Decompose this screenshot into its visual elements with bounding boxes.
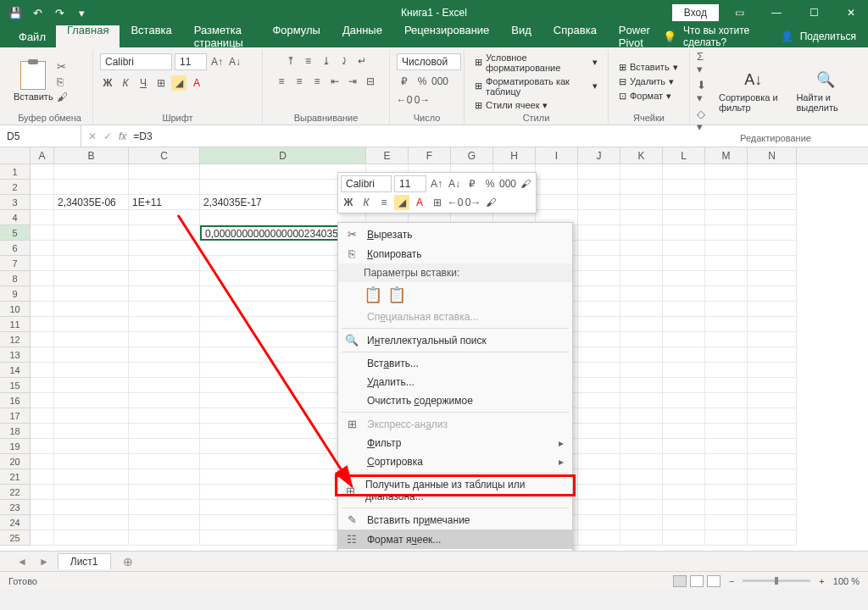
cell[interactable] [705,469,748,485]
cm-item[interactable]: ✎Вставить примечание [338,510,572,530]
cell[interactable] [31,393,54,408]
cm-item[interactable]: Очистить содержимое [338,391,572,410]
font-color-icon[interactable]: A [189,75,204,91]
dec-indent-icon[interactable]: ⇤ [327,74,342,89]
currency-icon[interactable]: ₽ [397,74,412,89]
cell[interactable] [663,408,705,424]
cell[interactable] [578,302,620,317]
bold-button[interactable]: Ж [100,75,115,91]
cell[interactable] [31,515,54,530]
cell[interactable] [705,515,748,530]
cell[interactable] [748,408,797,424]
cell[interactable] [31,195,54,210]
cell[interactable] [748,256,797,271]
qat-customize-icon[interactable]: ▾ [71,3,92,23]
cell[interactable] [31,225,54,241]
align-top-icon[interactable]: ⤒ [283,53,298,69]
cell[interactable] [536,195,578,210]
cm-item[interactable]: Вставить... [338,354,572,373]
cond-format-button[interactable]: ⊞Условное форматирование▾ [471,52,601,74]
select-all-corner[interactable] [0,147,31,164]
cm-item[interactable]: ⎘Копировать [338,244,572,263]
cell[interactable] [578,241,620,256]
save-icon[interactable]: 💾 [5,3,25,23]
col-header[interactable]: L [663,147,705,164]
cell[interactable] [705,286,748,302]
cell[interactable] [705,393,748,408]
orientation-icon[interactable]: ⤸ [337,53,352,69]
copy-icon[interactable]: ⎘ [57,75,68,88]
find-select-button[interactable]: 🔍Найти и выделить [796,70,854,113]
cell[interactable] [578,378,620,393]
row-header[interactable]: 6 [0,241,31,256]
cell[interactable] [620,195,663,210]
cell[interactable] [705,225,748,241]
cell[interactable] [705,424,748,439]
row-header[interactable]: 2 [0,180,31,195]
format-table-button[interactable]: ⊞Форматировать как таблицу▾ [471,75,601,97]
format-cells-button[interactable]: ⊡Формат▾ [615,90,682,103]
col-header[interactable]: M [705,147,748,164]
cell[interactable] [578,500,620,515]
increase-font-icon[interactable]: A↑ [209,54,225,69]
cell[interactable] [663,439,705,454]
mini-painter-icon[interactable]: 🖌 [518,176,533,191]
cell[interactable] [31,347,54,363]
cell[interactable] [705,500,748,515]
cell[interactable] [578,332,620,347]
cell[interactable] [129,530,200,546]
row-header[interactable]: 11 [0,317,31,332]
cell[interactable] [536,164,578,180]
sheet-tab[interactable]: Лист1 [58,553,111,569]
cell[interactable] [705,210,748,225]
undo-icon[interactable]: ↶ [27,3,47,23]
comma-icon[interactable]: 000 [432,74,448,89]
file-menu[interactable]: Файл [8,26,56,47]
mini-align-icon[interactable]: ≡ [376,195,392,210]
cell[interactable] [578,515,620,530]
cell[interactable] [129,180,200,195]
cell[interactable] [620,378,663,393]
cell[interactable] [31,530,54,546]
cell[interactable] [663,515,705,530]
align-left-icon[interactable]: ≡ [274,74,289,89]
cell[interactable] [620,271,663,286]
tell-me[interactable]: Что вы хотите сделать? [683,25,774,48]
align-right-icon[interactable]: ≡ [309,74,325,89]
italic-button[interactable]: К [118,75,133,91]
clear-icon[interactable]: ◇ ▾ [697,108,710,133]
cell[interactable] [748,210,797,225]
cell[interactable] [663,347,705,363]
add-sheet-button[interactable]: ⊕ [116,555,140,568]
cell[interactable] [31,210,54,225]
cell[interactable] [663,271,705,286]
cell[interactable] [31,363,54,378]
cell[interactable] [705,454,748,469]
cell[interactable] [663,180,705,195]
row-header[interactable]: 15 [0,378,31,393]
minimize-icon[interactable]: — [760,1,793,25]
decrease-font-icon[interactable]: A↓ [227,54,242,69]
cell[interactable] [620,164,663,180]
row-header[interactable]: 25 [0,530,31,546]
cm-item[interactable]: Сортировка▸ [338,452,572,471]
cell[interactable] [620,225,663,241]
row-header[interactable]: 23 [0,500,31,515]
cell[interactable] [31,424,54,439]
cell[interactable] [578,485,620,500]
border-icon[interactable]: ⊞ [153,75,169,91]
cell[interactable] [748,225,797,241]
cell[interactable] [663,378,705,393]
cell[interactable] [748,393,797,408]
cm-item[interactable]: Выбрать из раскрывающегося списка... [338,549,572,551]
col-header[interactable]: B [54,147,129,164]
cell[interactable] [31,241,54,256]
cell[interactable] [663,424,705,439]
cell[interactable] [663,332,705,347]
zoom-value[interactable]: 100 % [833,576,860,586]
cell[interactable] [663,500,705,515]
col-header[interactable]: A [31,147,54,164]
cell[interactable] [578,164,620,180]
enter-fx-icon[interactable]: ✓ [103,130,112,142]
fill-icon[interactable]: ⬇ ▾ [697,79,710,104]
